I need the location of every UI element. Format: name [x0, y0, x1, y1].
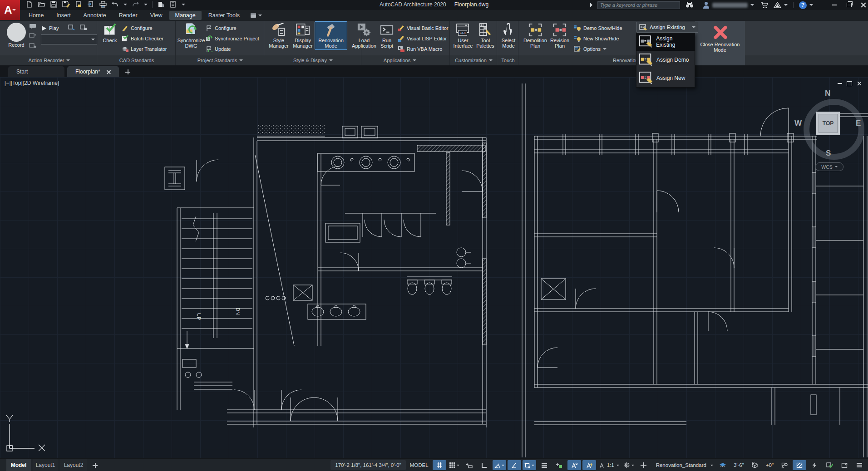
display-manager-button[interactable]: Display Manager	[291, 22, 315, 49]
user-dropdown-icon[interactable]	[750, 4, 754, 8]
record-button[interactable]: Record	[3, 22, 30, 49]
publish-icon[interactable]	[87, 1, 94, 8]
ortho-mode-icon[interactable]	[478, 460, 491, 470]
viewport-close-icon[interactable]	[857, 81, 862, 86]
tab-layout2[interactable]: Layout2	[60, 459, 87, 471]
help-icon[interactable]: ?	[799, 1, 807, 9]
autodesk-dropdown-icon[interactable]	[784, 4, 788, 8]
check-standards-button[interactable]: Check	[99, 22, 121, 44]
dynamic-input-icon[interactable]	[463, 460, 476, 470]
configure-project-button[interactable]: Configure	[206, 24, 237, 33]
viewport-minimize-icon[interactable]	[838, 83, 842, 84]
tab-home[interactable]: Home	[23, 11, 49, 20]
recorder-pause-icon[interactable]	[29, 43, 36, 49]
panel-title-touch[interactable]: Touch	[498, 55, 518, 65]
demo-show-hide-button[interactable]: Demo Show/Hide	[574, 24, 622, 33]
panel-title-applications[interactable]: Applications	[350, 55, 449, 65]
qat-customize-icon[interactable]	[182, 4, 185, 7]
redo-button[interactable]	[132, 1, 139, 8]
renovation-mode-button[interactable]: Renovation Mode	[315, 21, 347, 50]
isolate-objects-icon[interactable]	[778, 460, 791, 470]
panel-title-cad-standards[interactable]: CAD Standards	[98, 55, 175, 65]
application-menu-button[interactable]: A	[0, 0, 20, 20]
isodraft-icon[interactable]	[552, 460, 566, 470]
plus-icon[interactable]	[637, 460, 651, 470]
undo-dropdown-icon[interactable]	[123, 4, 127, 7]
auto-annotation-scale-icon[interactable]	[582, 460, 596, 470]
replace-z-cube-icon[interactable]	[748, 460, 762, 470]
assign-existing-split-button[interactable]: Assign Existing	[636, 22, 698, 33]
recorder-insert-message-icon[interactable]	[29, 33, 36, 39]
viewcube-top-face[interactable]: TOP	[816, 112, 840, 135]
search-expand-icon[interactable]	[590, 3, 595, 7]
viewcube-south[interactable]: S	[826, 149, 831, 158]
sign-in-user-icon[interactable]	[703, 1, 710, 9]
panel-title-project-standards[interactable]: Project Standards	[177, 55, 264, 65]
viewcube-north[interactable]: N	[825, 89, 830, 98]
visual-basic-editor-button[interactable]: Visual Basic Editor	[398, 24, 449, 33]
viewcube-west[interactable]: W	[794, 119, 802, 128]
viewport-controls-label[interactable]: [−][Top][2D Wireframe]	[5, 80, 59, 86]
polar-tracking-icon[interactable]	[493, 460, 506, 470]
print-icon[interactable]	[99, 1, 107, 8]
tab-model[interactable]: Model	[6, 459, 31, 471]
close-renovation-mode-button[interactable]: Close Renovation Mode	[695, 21, 745, 69]
file-tab-start[interactable]: Start	[8, 66, 64, 77]
synchronize-project-button[interactable]: Synchronize Project	[206, 34, 259, 43]
snap-mode-icon[interactable]	[448, 460, 461, 470]
ribbon-display-options-icon[interactable]	[250, 13, 256, 18]
search-binoculars-icon[interactable]	[686, 1, 694, 9]
restore-button[interactable]	[843, 1, 855, 9]
new-file-icon[interactable]	[25, 1, 33, 8]
update-standards-button[interactable]: Update	[206, 44, 231, 54]
z-offset-display[interactable]: +0"	[763, 462, 776, 468]
viewcube-east[interactable]: E	[856, 119, 861, 128]
synchronize-dwg-button[interactable]: Synchronize DWG	[178, 22, 205, 49]
layer-translator-button[interactable]: Layer Translator	[122, 44, 167, 54]
annotation-visibility-icon[interactable]	[567, 460, 581, 470]
viewport-restore-icon[interactable]	[847, 81, 852, 86]
panel-title-action-recorder[interactable]: Action Recorder	[2, 55, 97, 65]
visual-lisp-editor-button[interactable]: Visual LISP Editor	[398, 34, 447, 43]
redo-dropdown-icon[interactable]	[144, 4, 148, 7]
fullscreen-icon[interactable]	[838, 460, 851, 470]
renovation-options-button[interactable]: Options	[574, 44, 607, 54]
panel-title-customization[interactable]: Customization	[451, 55, 497, 65]
panel-title-style-display[interactable]: Style & Display	[265, 55, 361, 65]
tab-annotate[interactable]: Annotate	[78, 11, 112, 20]
close-button[interactable]	[858, 1, 868, 9]
menu-item-assign-existing[interactable]: Assign Existing	[636, 33, 695, 51]
menu-item-assign-demo[interactable]: Assign Demo	[636, 51, 695, 69]
save-as-icon[interactable]	[62, 1, 70, 8]
menu-item-assign-new[interactable]: Assign New	[636, 69, 695, 87]
search-input[interactable]	[597, 1, 680, 9]
select-mode-button[interactable]: Select Mode	[499, 22, 518, 49]
tab-raster-tools[interactable]: Raster Tools	[202, 11, 246, 20]
run-vba-macro-button[interactable]: Run VBA Macro	[398, 44, 442, 54]
manage-action-macros-icon[interactable]	[80, 25, 87, 30]
lineweight-icon[interactable]	[538, 460, 551, 470]
grid-display-icon[interactable]	[433, 460, 446, 470]
load-application-button[interactable]: Load Application	[351, 22, 377, 49]
open-file-icon[interactable]	[38, 1, 45, 8]
object-snap-icon[interactable]	[523, 460, 536, 470]
help-dropdown-icon[interactable]	[809, 4, 813, 8]
layers-icon[interactable]	[716, 460, 730, 470]
revision-plan-button[interactable]: Revision Plan	[547, 22, 572, 49]
style-manager-button[interactable]: Style Manager	[267, 22, 291, 49]
run-script-button[interactable]: Run Script	[377, 22, 397, 49]
annotation-scale-button[interactable]: 1:1	[597, 460, 621, 470]
workspace-switching-icon[interactable]	[622, 460, 636, 470]
new-layout-button[interactable]	[93, 463, 98, 468]
app-store-cart-icon[interactable]	[760, 1, 768, 9]
clean-screen-icon[interactable]	[823, 460, 836, 470]
play-button[interactable]: Play	[41, 24, 59, 33]
demolition-plan-button[interactable]: Demolition Plan	[522, 22, 548, 49]
plot-device-icon[interactable]	[74, 1, 82, 8]
customization-menu-icon[interactable]	[853, 460, 866, 470]
action-macro-combobox[interactable]	[41, 34, 97, 44]
batch-checker-button[interactable]: Batch Checker	[122, 34, 163, 43]
preference-icon[interactable]	[68, 25, 75, 30]
drawing-canvas[interactable]: UP DN [−][Top][2D Wireframe] N W E S TOP…	[0, 77, 868, 458]
file-tab-floorplan[interactable]: Floorplan*	[67, 66, 119, 77]
